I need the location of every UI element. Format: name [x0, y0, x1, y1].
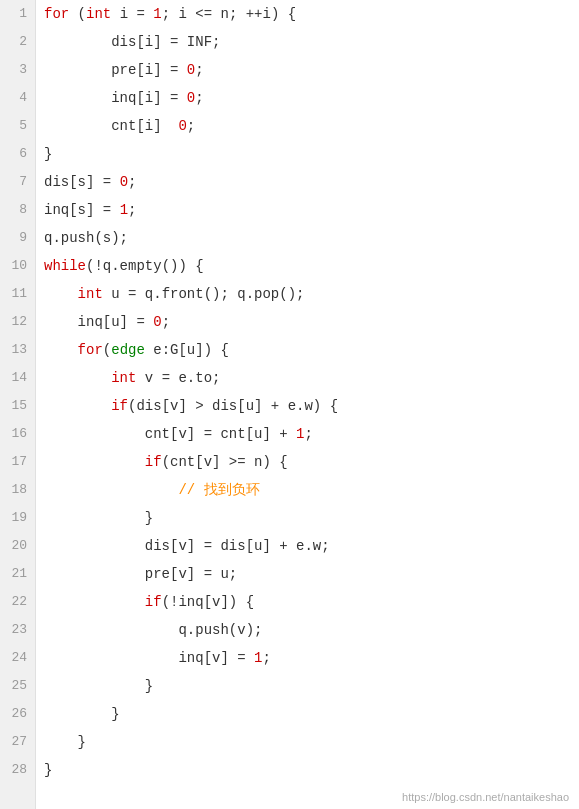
code-token: (cnt[v] >= n) {: [162, 448, 288, 476]
line-number: 15: [0, 392, 35, 420]
line-number: 26: [0, 700, 35, 728]
line-number: 21: [0, 560, 35, 588]
code-token: dis[v] = dis[u] + e.w;: [44, 532, 330, 560]
line-number: 14: [0, 364, 35, 392]
line-number: 2: [0, 28, 35, 56]
code-container: 1234567891011121314151617181920212223242…: [0, 0, 579, 809]
code-token: 1: [296, 420, 304, 448]
code-token: 找到负环: [204, 476, 260, 504]
code-line: for(edge e:G[u]) {: [44, 336, 579, 364]
code-token: }: [44, 756, 52, 784]
code-token: 0: [187, 84, 195, 112]
code-line: }: [44, 756, 579, 784]
code-line: pre[v] = u;: [44, 560, 579, 588]
line-number: 28: [0, 756, 35, 784]
code-token: i =: [111, 0, 153, 28]
line-number: 17: [0, 448, 35, 476]
code-token: 0: [178, 112, 186, 140]
code-token: (: [103, 336, 111, 364]
code-token: if: [145, 448, 162, 476]
code-token: q.push(v);: [44, 616, 262, 644]
code-token: }: [44, 140, 52, 168]
line-number: 7: [0, 168, 35, 196]
code-token: inq[v] =: [44, 644, 254, 672]
code-line: cnt[v] = cnt[u] + 1;: [44, 420, 579, 448]
code-token: pre[v] = u;: [44, 560, 237, 588]
code-token: ;: [195, 84, 203, 112]
code-line: cnt[i] 0;: [44, 112, 579, 140]
code-line: if(dis[v] > dis[u] + e.w) {: [44, 392, 579, 420]
code-token: ;: [195, 56, 203, 84]
code-token: if: [145, 588, 162, 616]
code-token: //: [178, 476, 203, 504]
code-line: }: [44, 140, 579, 168]
code-token: ;: [304, 420, 312, 448]
code-token: }: [44, 700, 120, 728]
code-token: [44, 364, 111, 392]
code-token: 1: [254, 644, 262, 672]
line-number: 27: [0, 728, 35, 756]
watermark: https://blog.csdn.net/nantaikeshao: [402, 791, 569, 803]
code-token: ;: [187, 112, 195, 140]
line-number: 3: [0, 56, 35, 84]
code-line: dis[v] = dis[u] + e.w;: [44, 532, 579, 560]
code-token: int: [86, 0, 111, 28]
line-number: 18: [0, 476, 35, 504]
code-token: q.push(s);: [44, 224, 128, 252]
line-number: 25: [0, 672, 35, 700]
code-token: }: [44, 504, 153, 532]
code-token: u = q.front(); q.pop();: [103, 280, 305, 308]
code-line: inq[i] = 0;: [44, 84, 579, 112]
line-number: 5: [0, 112, 35, 140]
code-token: pre[i] =: [44, 56, 187, 84]
line-number: 23: [0, 616, 35, 644]
line-number: 12: [0, 308, 35, 336]
code-token: while: [44, 252, 86, 280]
code-token: 1: [120, 196, 128, 224]
code-line: dis[s] = 0;: [44, 168, 579, 196]
code-token: [44, 476, 178, 504]
code-token: [44, 280, 78, 308]
code-line: inq[s] = 1;: [44, 196, 579, 224]
code-token: ;: [128, 196, 136, 224]
line-number: 22: [0, 588, 35, 616]
line-number: 4: [0, 84, 35, 112]
line-number: 16: [0, 420, 35, 448]
code-line: }: [44, 700, 579, 728]
code-token: if: [111, 392, 128, 420]
code-token: e:G[u]) {: [145, 336, 229, 364]
line-number: 9: [0, 224, 35, 252]
code-token: 0: [187, 56, 195, 84]
code-line: int u = q.front(); q.pop();: [44, 280, 579, 308]
code-token: }: [44, 728, 86, 756]
code-token: ;: [128, 168, 136, 196]
code-token: for: [44, 0, 69, 28]
code-token: inq[i] =: [44, 84, 187, 112]
code-line: for (int i = 1; i <= n; ++i) {: [44, 0, 579, 28]
line-number: 11: [0, 280, 35, 308]
code-content: for (int i = 1; i <= n; ++i) { dis[i] = …: [36, 0, 579, 809]
code-token: 0: [153, 308, 161, 336]
code-token: edge: [111, 336, 145, 364]
code-line: while(!q.empty()) {: [44, 252, 579, 280]
code-token: (: [69, 0, 86, 28]
code-token: dis[s] =: [44, 168, 120, 196]
line-number: 19: [0, 504, 35, 532]
code-line: pre[i] = 0;: [44, 56, 579, 84]
code-line: q.push(s);: [44, 224, 579, 252]
line-number: 24: [0, 644, 35, 672]
code-token: [44, 392, 111, 420]
code-token: (!inq[v]) {: [162, 588, 254, 616]
code-token: cnt[i]: [44, 112, 178, 140]
code-line: }: [44, 728, 579, 756]
code-line: }: [44, 504, 579, 532]
code-token: [44, 448, 145, 476]
code-token: [44, 336, 78, 364]
line-number: 6: [0, 140, 35, 168]
code-line: q.push(v);: [44, 616, 579, 644]
code-token: (dis[v] > dis[u] + e.w) {: [128, 392, 338, 420]
code-token: }: [44, 672, 153, 700]
code-token: cnt[v] = cnt[u] +: [44, 420, 296, 448]
code-token: 0: [120, 168, 128, 196]
line-number: 10: [0, 252, 35, 280]
